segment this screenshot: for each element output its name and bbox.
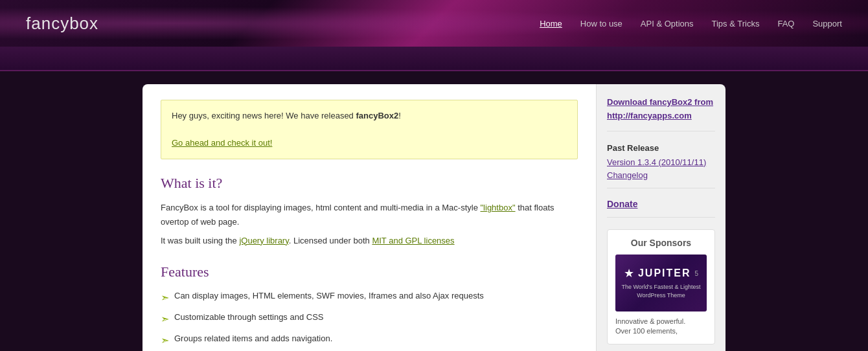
download-link[interactable]: Download fancyBox2 from http://fancyapps… [607,97,713,120]
nav-home[interactable]: Home [540,19,562,28]
sidebar: Download fancyBox2 from http://fancyapps… [596,84,725,351]
subheader-stripe [0,47,868,71]
what-is-it-para2: It was built using the jQuery library. L… [161,234,578,248]
main-wrapper: Hey guys, exciting news here! We have re… [143,71,725,351]
sidebar-download: Download fancyBox2 from http://fancyapps… [607,96,715,123]
nav-faq[interactable]: FAQ [777,19,794,28]
sponsor-version: 5 [695,270,699,277]
para2-before: It was built using the [161,236,239,245]
nav-tips-tricks[interactable]: Tips & Tricks [712,19,760,28]
what-is-it-heading: What is it? [161,175,578,192]
feature-item-3: Groups related items and adds navigation… [174,332,332,345]
divider [607,131,715,131]
star-icon: ★ [624,266,634,280]
sponsor-tagline: The World's Fastest & LightestWordPress … [621,283,700,299]
feature-item-1: Can display images, HTML elements, SWF m… [174,289,484,302]
changelog-link[interactable]: Changelog [607,170,648,180]
site-title: fancybox [26,14,98,34]
nav-api-options[interactable]: API & Options [641,19,694,28]
sponsor-banner[interactable]: ★ JUPITER 5 The World's Fastest & Lighte… [615,255,707,311]
bullet-icon: ➣ [161,290,169,306]
donate-link[interactable]: Donate [607,199,637,209]
jquery-link[interactable]: jQuery library [239,236,288,245]
list-item: ➣ Customizable through settings and CSS [161,311,578,327]
license-link[interactable]: MIT and GPL licenses [372,236,454,245]
header: fancybox Home How to use API & Options T… [0,0,868,47]
para2-mid: . Licensed under both [289,236,372,245]
nav-support[interactable]: Support [812,19,842,28]
notice-link[interactable]: Go ahead and check it out! [172,138,272,148]
nav-how-to-use[interactable]: How to use [580,19,622,28]
version-link[interactable]: Version 1.3.4 (2010/11/11) [607,157,706,167]
sponsor-desc: Innovative & powerful.Over 100 elements, [615,317,707,337]
features-list: ➣ Can display images, HTML elements, SWF… [161,289,578,351]
past-release-title: Past Release [607,143,715,153]
notice-text-before: Hey guys, exciting news here! We have re… [172,111,356,120]
changelog-link-wrapper: Changelog [607,170,715,180]
lightbox-link[interactable]: "lightbox" [481,203,516,212]
sponsors-title: Our Sponsors [615,238,707,248]
notice-text-after: ! [398,111,401,120]
past-release-section: Past Release Version 1.3.4 (2010/11/11) … [607,143,715,180]
features-heading: Features [161,264,578,280]
list-item: ➣ Groups related items and adds navigati… [161,332,578,348]
main-content: Hey guys, exciting news here! We have re… [143,84,596,351]
sponsor-logo: ★ JUPITER 5 [624,266,698,280]
bullet-icon: ➣ [161,311,169,327]
download-line2: http://fancyapps.com [607,111,692,120]
feature-item-2: Customizable through settings and CSS [174,311,324,324]
sponsors-section: Our Sponsors ★ JUPITER 5 The World's Fas… [607,229,715,345]
bullet-icon: ➣ [161,333,169,348]
notice-bold: fancyBox2 [356,111,398,120]
divider [607,188,715,188]
notice-box: Hey guys, exciting news here! We have re… [161,100,578,159]
download-line1: Download fancyBox2 from [607,97,713,107]
what-is-it-para1: FancyBox is a tool for displaying images… [161,201,578,229]
para1-before: FancyBox is a tool for displaying images… [161,203,481,212]
divider [607,217,715,218]
main-nav: Home How to use API & Options Tips & Tri… [540,19,842,28]
version-link-wrapper: Version 1.3.4 (2010/11/11) [607,157,715,167]
list-item: ➣ Can display images, HTML elements, SWF… [161,289,578,306]
sponsor-name: JUPITER [638,267,691,279]
donate-section: Donate [607,199,715,209]
